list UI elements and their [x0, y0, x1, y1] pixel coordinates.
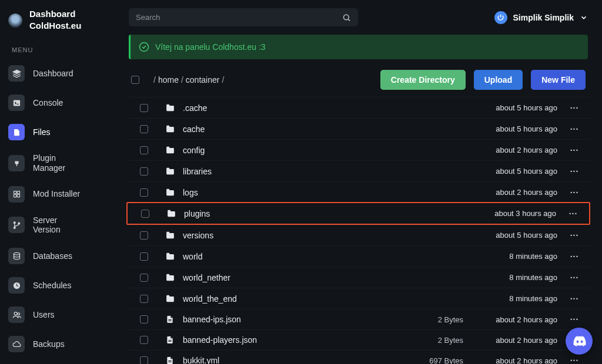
row-checkbox[interactable]: [131, 231, 157, 240]
sidebar-item-files[interactable]: Files: [0, 118, 115, 146]
file-row[interactable]: logs about 2 hours ago ···: [126, 181, 590, 203]
file-time: 8 minutes ago: [463, 252, 563, 261]
user-menu[interactable]: Simplik Simplik: [494, 11, 588, 24]
sidebar-item-label: Schedules: [33, 281, 71, 291]
file-row[interactable]: plugins about 3 hours ago ···: [126, 202, 590, 225]
new-file-button[interactable]: New File: [531, 70, 586, 90]
svg-point-17: [140, 43, 149, 52]
svg-rect-18: [168, 319, 171, 320]
user-name: Simplik Simplik: [513, 13, 574, 22]
search-input[interactable]: [129, 8, 358, 26]
folder-icon: [158, 208, 184, 218]
chevron-down-icon: [580, 14, 588, 22]
sidebar: Dashboard ColdHost.eu MENU Dashboard Con…: [0, 0, 115, 364]
row-menu-button[interactable]: ···: [563, 167, 586, 176]
sidebar-item-plugin-manager[interactable]: PluginManager: [0, 147, 115, 179]
row-menu-button[interactable]: ···: [563, 231, 586, 240]
row-checkbox[interactable]: [131, 125, 157, 133]
row-checkbox[interactable]: [131, 356, 157, 364]
discord-fab[interactable]: [566, 328, 593, 355]
file-icon: [157, 315, 183, 324]
sidebar-item-console[interactable]: Console: [0, 89, 115, 117]
file-time: 8 minutes ago: [463, 294, 563, 303]
file-time: about 5 hours ago: [463, 124, 563, 133]
breadcrumb-segment[interactable]: container: [186, 75, 220, 85]
file-row[interactable]: banned-ips.json 2 Bytes about 2 hours ag…: [126, 309, 590, 329]
svg-rect-7: [17, 194, 19, 197]
sidebar-item-label: Databases: [33, 251, 72, 261]
file-list: .cache about 5 hours ago ··· cache about…: [115, 97, 602, 364]
row-checkbox[interactable]: [131, 295, 157, 303]
row-checkbox[interactable]: [131, 252, 157, 261]
sidebar-item-mod-installer[interactable]: Mod Installer: [0, 180, 115, 208]
breadcrumb-segment[interactable]: home: [158, 75, 179, 85]
plug-icon: [8, 155, 25, 171]
svg-rect-22: [168, 360, 171, 361]
svg-rect-23: [168, 362, 171, 362]
sidebar-item-label: Console: [33, 98, 63, 108]
breadcrumb-separator: /: [222, 75, 224, 85]
file-size: 697 Bytes: [369, 356, 463, 365]
file-row[interactable]: bukkit.yml 697 Bytes about 2 hours ago ·…: [126, 350, 590, 364]
row-menu-button[interactable]: ···: [563, 356, 586, 364]
brand[interactable]: Dashboard ColdHost.eu: [0, 7, 115, 41]
file-name: world_the_end: [183, 294, 369, 304]
sidebar-item-users[interactable]: Users: [0, 301, 115, 329]
grid-icon: [8, 186, 25, 203]
row-menu-button[interactable]: ···: [563, 252, 586, 261]
row-menu-button[interactable]: ···: [562, 209, 584, 218]
layers-icon: [8, 65, 25, 82]
breadcrumb[interactable]: / home / container /: [153, 75, 224, 85]
file-row[interactable]: versions about 5 hours ago ···: [126, 224, 590, 245]
file-row[interactable]: config about 2 hours ago ···: [126, 139, 590, 160]
row-checkbox[interactable]: [131, 188, 157, 197]
breadcrumb-separator: /: [181, 75, 183, 85]
file-row[interactable]: banned-players.json 2 Bytes about 2 hour…: [126, 329, 590, 350]
row-menu-button[interactable]: ···: [563, 146, 586, 155]
file-time: about 5 hours ago: [463, 103, 563, 112]
svg-point-15: [344, 15, 349, 20]
row-checkbox[interactable]: [131, 274, 157, 282]
file-row[interactable]: libraries about 5 hours ago ···: [126, 160, 590, 181]
file-row[interactable]: world 8 minutes ago ···: [126, 245, 590, 267]
row-menu-button[interactable]: ···: [563, 315, 586, 324]
row-menu-button[interactable]: ···: [563, 103, 586, 113]
svg-rect-6: [14, 194, 16, 197]
row-checkbox[interactable]: [131, 336, 157, 344]
sidebar-item-label: Mod Installer: [33, 189, 80, 199]
row-checkbox[interactable]: [131, 104, 157, 112]
file-size: 2 Bytes: [369, 315, 463, 324]
upload-button[interactable]: Upload: [474, 70, 523, 90]
row-checkbox[interactable]: [131, 315, 157, 323]
row-menu-button[interactable]: ···: [563, 188, 586, 197]
select-all-checkbox[interactable]: [131, 76, 139, 84]
folder-icon: [157, 124, 183, 134]
file-name: plugins: [184, 209, 368, 218]
row-menu-button[interactable]: ···: [563, 294, 586, 304]
create-directory-button[interactable]: Create Directory: [380, 70, 466, 90]
file-row[interactable]: world_nether 8 minutes ago ···: [126, 267, 590, 288]
file-icon: [8, 124, 25, 140]
file-row[interactable]: world_the_end 8 minutes ago ···: [126, 288, 590, 309]
row-checkbox[interactable]: [132, 210, 158, 218]
file-time: about 2 hours ago: [463, 315, 563, 324]
file-row[interactable]: .cache about 5 hours ago ···: [126, 97, 590, 118]
folder-icon: [157, 272, 183, 282]
sidebar-item-backups[interactable]: Backups: [0, 330, 115, 358]
brand-title-line1: Dashboard: [29, 8, 81, 20]
sidebar-item-dashboard[interactable]: Dashboard: [0, 59, 115, 87]
svg-rect-20: [168, 340, 171, 341]
row-checkbox[interactable]: [131, 146, 157, 154]
row-checkbox[interactable]: [131, 167, 157, 176]
sidebar-item-server-version[interactable]: ServerVersion: [0, 210, 115, 241]
cloud-icon: [8, 336, 25, 352]
svg-point-14: [17, 312, 19, 315]
sidebar-item-databases[interactable]: Databases: [0, 242, 115, 270]
row-menu-button[interactable]: ···: [563, 273, 586, 282]
row-menu-button[interactable]: ···: [563, 124, 586, 134]
folder-icon: [157, 187, 183, 197]
folder-icon: [157, 145, 183, 155]
sidebar-item-schedules[interactable]: Schedules: [0, 271, 115, 299]
file-row[interactable]: cache about 5 hours ago ···: [126, 118, 590, 139]
file-time: about 2 hours ago: [463, 336, 563, 345]
